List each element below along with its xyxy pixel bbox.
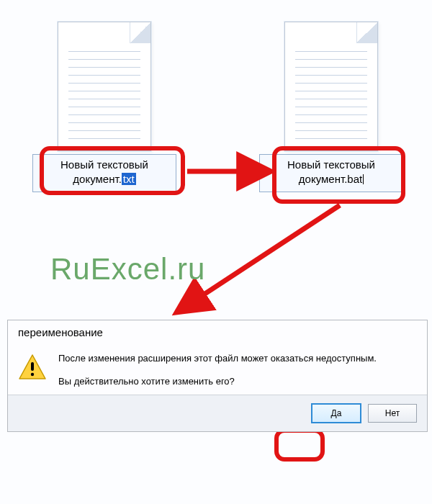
- selected-extension[interactable]: txt: [122, 173, 136, 185]
- highlight-box: [274, 428, 325, 462]
- no-button[interactable]: Нет: [368, 404, 417, 423]
- svg-point-3: [31, 373, 34, 376]
- text-file-icon: [284, 22, 378, 151]
- file-item-bat[interactable]: Новый текстовый документ.bat: [259, 22, 403, 192]
- warning-icon: [18, 353, 47, 384]
- rename-dialog: переименование После изменения расширени…: [7, 320, 428, 432]
- file-label-txt[interactable]: Новый текстовый документ.txt: [32, 154, 176, 192]
- dialog-footer: Да Нет: [8, 395, 427, 431]
- file-item-txt[interactable]: Новый текстовый документ.txt: [32, 22, 176, 192]
- file-label-bat[interactable]: Новый текстовый документ.bat: [259, 154, 403, 192]
- dialog-line-2: Вы действительно хотите изменить его?: [58, 374, 377, 389]
- dialog-message: После изменения расширения этот файл мож…: [58, 351, 377, 389]
- file-name-full: Новый текстовый документ.bat: [287, 158, 375, 185]
- brand-watermark: RuExcel.ru: [50, 252, 205, 287]
- text-caret: [363, 174, 364, 184]
- text-file-icon: [58, 22, 151, 151]
- dialog-title: переименование: [8, 320, 427, 347]
- yes-button[interactable]: Да: [312, 404, 361, 423]
- dialog-line-1: После изменения расширения этот файл мож…: [58, 351, 377, 366]
- svg-rect-2: [31, 362, 34, 371]
